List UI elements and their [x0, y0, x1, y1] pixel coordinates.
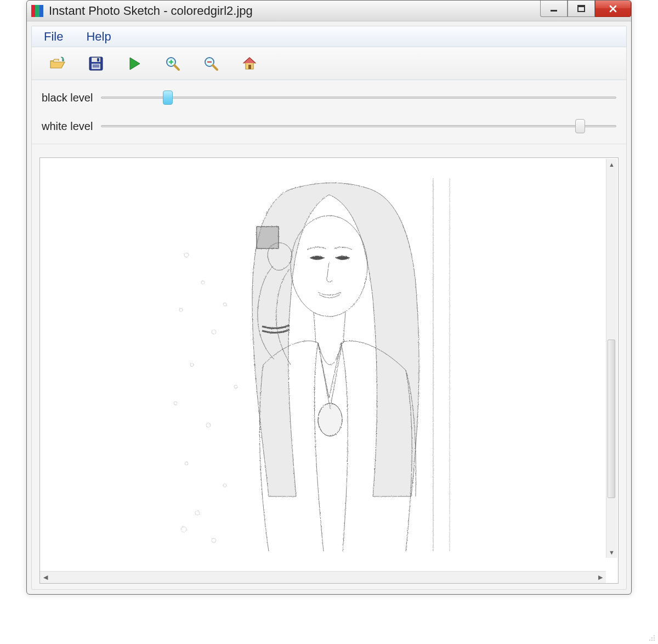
svg-point-24	[184, 253, 189, 257]
app-window: Instant Photo Sketch - coloredgirl2.jpg …	[26, 0, 632, 595]
sketch-image	[154, 167, 504, 562]
scroll-down-icon[interactable]: ▼	[606, 547, 617, 558]
svg-point-33	[223, 484, 226, 487]
slider-track	[101, 125, 616, 127]
white-level-slider[interactable]	[101, 120, 616, 133]
window-title: Instant Photo Sketch - coloredgirl2.jpg	[49, 4, 253, 18]
maximize-button[interactable]	[568, 1, 595, 17]
svg-rect-16	[248, 65, 251, 69]
save-icon	[88, 56, 104, 71]
home-icon	[241, 55, 258, 72]
zoom-in-icon	[164, 55, 181, 72]
svg-rect-5	[97, 58, 99, 61]
vertical-scrollbar[interactable]: ▲ ▼	[606, 159, 617, 558]
svg-rect-38	[654, 635, 655, 636]
vertical-scroll-thumb[interactable]	[608, 340, 615, 498]
black-level-row: black level	[42, 91, 616, 104]
titlebar[interactable]: Instant Photo Sketch - coloredgirl2.jpg	[27, 1, 631, 21]
svg-point-30	[174, 402, 177, 405]
svg-rect-40	[654, 637, 655, 639]
canvas-viewport[interactable]: ▲ ▼	[40, 158, 618, 571]
black-level-label: black level	[42, 92, 101, 104]
zoom-in-button[interactable]	[163, 54, 182, 73]
svg-rect-39	[651, 637, 653, 639]
scroll-left-icon[interactable]: ◀	[40, 572, 51, 583]
svg-point-27	[212, 330, 216, 334]
canvas-area: ▲ ▼ ◀ ▶	[39, 157, 619, 584]
svg-point-28	[190, 363, 194, 366]
svg-point-36	[181, 527, 186, 532]
svg-line-10	[174, 65, 179, 70]
white-level-thumb[interactable]	[575, 119, 585, 133]
svg-line-14	[213, 65, 217, 70]
svg-point-31	[206, 423, 211, 427]
svg-point-37	[212, 538, 216, 543]
minimize-button[interactable]	[540, 1, 568, 17]
menu-help[interactable]: Help	[80, 29, 117, 45]
scroll-right-icon[interactable]: ▶	[595, 572, 606, 583]
black-level-slider[interactable]	[101, 91, 616, 104]
svg-rect-8	[93, 66, 99, 67]
maximize-icon	[577, 4, 586, 13]
run-button[interactable]	[125, 54, 144, 73]
svg-point-32	[185, 462, 188, 465]
close-button[interactable]	[595, 1, 631, 17]
svg-point-34	[195, 511, 200, 515]
zoom-out-button[interactable]	[202, 54, 220, 73]
app-icon	[31, 5, 43, 17]
open-button[interactable]	[48, 54, 67, 73]
zoom-out-icon	[203, 55, 219, 72]
svg-rect-43	[654, 640, 655, 641]
white-level-label: white level	[42, 120, 101, 133]
black-level-thumb[interactable]	[163, 91, 173, 105]
svg-point-26	[179, 308, 183, 312]
window-controls	[540, 1, 631, 17]
slider-track	[101, 97, 616, 99]
close-icon	[608, 4, 618, 14]
sliders-panel: black level white level	[32, 80, 626, 144]
open-icon	[49, 56, 66, 71]
svg-rect-0	[551, 10, 557, 12]
svg-rect-20	[257, 227, 279, 248]
svg-rect-2	[578, 5, 585, 7]
minimize-icon	[549, 4, 558, 13]
svg-rect-42	[651, 640, 653, 641]
toolbar	[32, 47, 626, 80]
client-area: File Help	[31, 26, 627, 590]
white-level-row: white level	[42, 120, 616, 133]
home-button[interactable]	[240, 54, 259, 73]
horizontal-scrollbar[interactable]: ◀ ▶	[40, 571, 606, 583]
svg-point-29	[223, 303, 226, 306]
scroll-up-icon[interactable]: ▲	[606, 159, 617, 170]
menu-file[interactable]: File	[37, 29, 70, 45]
svg-rect-41	[649, 640, 650, 641]
save-button[interactable]	[87, 54, 105, 73]
svg-point-35	[234, 385, 237, 388]
play-icon	[127, 56, 142, 71]
svg-rect-7	[93, 65, 99, 66]
resize-grip-icon[interactable]	[647, 633, 657, 643]
menubar: File Help	[32, 26, 626, 47]
svg-point-25	[201, 281, 205, 284]
